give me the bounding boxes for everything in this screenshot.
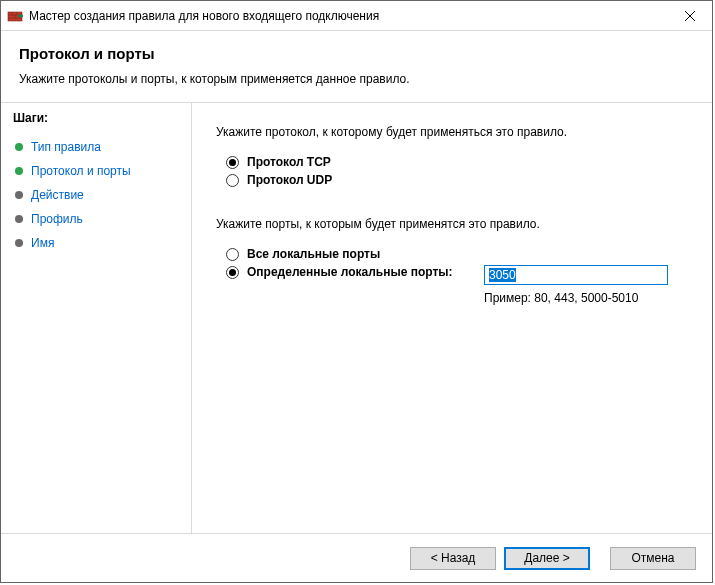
radio-all-ports[interactable]: Все локальные порты (226, 247, 692, 261)
body: Шаги: Тип правила Протокол и порты Дейст… (1, 103, 712, 533)
firewall-icon (7, 8, 23, 24)
radio-tcp[interactable]: Протокол TCP (226, 155, 692, 169)
step-label: Протокол и порты (31, 164, 131, 178)
radio-icon (226, 248, 239, 261)
window-title: Мастер создания правила для нового входя… (29, 9, 667, 23)
steps-heading: Шаги: (13, 111, 181, 125)
cancel-button[interactable]: Отмена (610, 547, 696, 570)
header: Протокол и порты Укажите протоколы и пор… (1, 31, 712, 103)
step-label: Имя (31, 236, 54, 250)
step-label: Профиль (31, 212, 83, 226)
step-name[interactable]: Имя (13, 231, 181, 255)
radio-label: Определенные локальные порты: (247, 265, 453, 279)
close-button[interactable] (667, 1, 712, 30)
steps-sidebar: Шаги: Тип правила Протокол и порты Дейст… (1, 103, 191, 533)
back-button[interactable]: < Назад (410, 547, 496, 570)
step-bullet-icon (15, 167, 23, 175)
step-label: Тип правила (31, 140, 101, 154)
step-rule-type[interactable]: Тип правила (13, 135, 181, 159)
radio-specific-ports[interactable]: Определенные локальные порты: (226, 265, 484, 279)
step-bullet-icon (15, 143, 23, 151)
step-profile[interactable]: Профиль (13, 207, 181, 231)
titlebar: Мастер создания правила для нового входя… (1, 1, 712, 31)
step-bullet-icon (15, 239, 23, 247)
ports-example: Пример: 80, 443, 5000-5010 (484, 291, 668, 305)
step-protocol-ports[interactable]: Протокол и порты (13, 159, 181, 183)
ports-prompt: Укажите порты, к которым будет применятс… (216, 217, 692, 231)
page-subtitle: Укажите протоколы и порты, к которым при… (19, 72, 694, 86)
step-label: Действие (31, 188, 84, 202)
radio-icon (226, 266, 239, 279)
radio-udp[interactable]: Протокол UDP (226, 173, 692, 187)
radio-icon (226, 156, 239, 169)
button-bar: < Назад Далее > Отмена (1, 533, 712, 582)
ports-input[interactable] (484, 265, 668, 285)
radio-icon (226, 174, 239, 187)
next-button[interactable]: Далее > (504, 547, 590, 570)
page-title: Протокол и порты (19, 45, 694, 62)
protocol-prompt: Укажите протокол, к которому будет приме… (216, 125, 692, 139)
radio-label: Протокол UDP (247, 173, 332, 187)
radio-label: Все локальные порты (247, 247, 380, 261)
step-bullet-icon (15, 215, 23, 223)
wizard-window: Мастер создания правила для нового входя… (0, 0, 713, 583)
close-icon (685, 11, 695, 21)
step-bullet-icon (15, 191, 23, 199)
step-action[interactable]: Действие (13, 183, 181, 207)
radio-label: Протокол TCP (247, 155, 331, 169)
main-panel: Укажите протокол, к которому будет приме… (192, 103, 712, 533)
